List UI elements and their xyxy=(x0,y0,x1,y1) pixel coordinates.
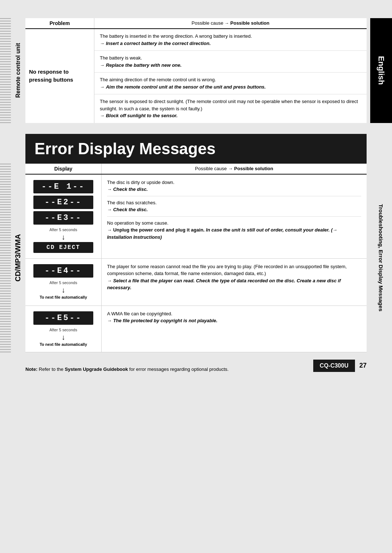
display-header: Display xyxy=(25,164,102,174)
e5-display: --E5-- xyxy=(33,311,93,325)
solutions-cell: The battery is inserted in the wrong dir… xyxy=(94,29,367,123)
e1-display: --E 1-- xyxy=(33,180,93,193)
after-seconds-1: After 5 seconds xyxy=(49,228,77,232)
e4-solution-cell: The player for some reason cannot read t… xyxy=(102,259,367,306)
arrow-down-2: ↓ xyxy=(62,286,65,294)
e5-solution-cell: A WMA file can be copyrighted. → The fil… xyxy=(102,306,367,352)
e3-display: --E3-- xyxy=(33,211,93,225)
solution-item-4: The sensor is exposed to direct sunlight… xyxy=(94,94,367,123)
footer-note: Note: Refer to the System Upgrade Guideb… xyxy=(25,366,306,372)
e4-display-cell: --E4-- After 5 seconds ↓ To next file au… xyxy=(25,259,102,306)
remote-control-label: Remote control unit xyxy=(15,43,21,98)
after-seconds-3: After 5 seconds xyxy=(49,328,77,332)
e4-display: --E4-- xyxy=(33,264,93,278)
eject-display: CD EJECT xyxy=(33,242,93,253)
arrow-down-3: ↓ xyxy=(62,333,65,341)
solution-item-3: The aiming direction of the remote contr… xyxy=(94,73,367,94)
page-number: 27 xyxy=(359,362,367,369)
to-next-file-1: To next file automatically xyxy=(40,295,87,299)
arrow-down-1: ↓ xyxy=(62,233,65,241)
e5-display-cell: --E5-- After 5 seconds ↓ To next file au… xyxy=(25,306,102,352)
model-badge: CQ-C300U xyxy=(313,360,355,372)
error-display-title: Error Display Messages xyxy=(25,134,367,164)
error-row-e4: --E4-- After 5 seconds ↓ To next file au… xyxy=(25,259,367,306)
e123-solution-cell: The disc is dirty or upside down. → Chec… xyxy=(102,175,367,258)
to-next-file-2: To next file automatically xyxy=(40,342,87,347)
english-label: English xyxy=(376,56,386,85)
after-seconds-2: After 5 seconds xyxy=(49,280,77,285)
solution-item-2: The battery is weak. → Replace the batte… xyxy=(94,51,367,73)
problem-cell: No response topressing buttons xyxy=(25,29,94,123)
error-solution-header: Possible cause → Possible solution xyxy=(102,164,367,174)
problem-header: Problem xyxy=(25,18,94,28)
solution-item-1: The battery is inserted in the wrong dir… xyxy=(94,29,367,51)
solution-header: Possible cause → Possible solution xyxy=(94,18,367,28)
troubleshooting-label: Troubleshooting, Error Display Messages xyxy=(378,204,384,312)
e2-display: --E2-- xyxy=(33,196,93,209)
cdmp3-label: CD/MP3/WMA xyxy=(14,234,23,282)
e123-display-cell: --E 1-- --E2-- --E3-- After 5 seconds ↓ … xyxy=(25,175,102,258)
error-row-e123: --E 1-- --E2-- --E3-- After 5 seconds ↓ … xyxy=(25,175,367,259)
error-row-e5: --E5-- After 5 seconds ↓ To next file au… xyxy=(25,306,367,352)
